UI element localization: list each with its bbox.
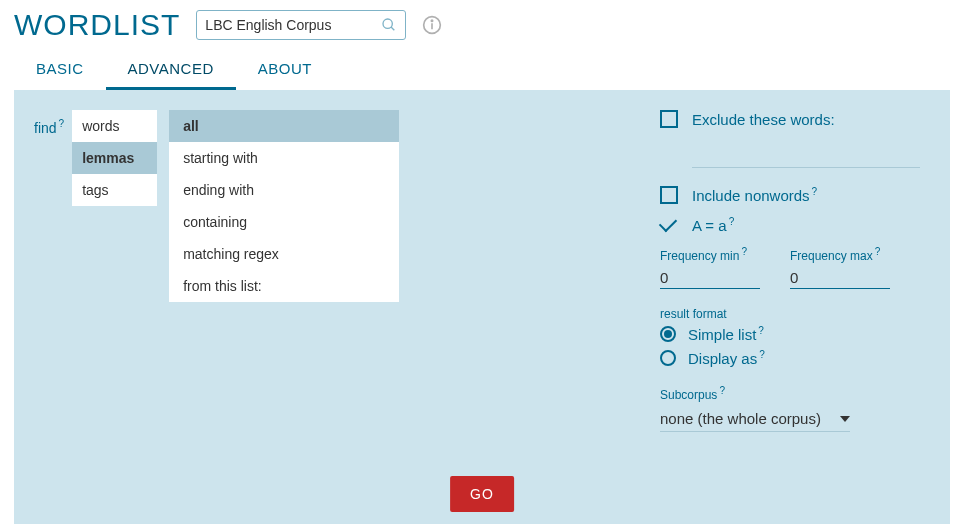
subcorpus-select[interactable]: none (the whole corpus)	[660, 406, 850, 432]
filter-all[interactable]: all	[169, 110, 399, 142]
tab-advanced[interactable]: ADVANCED	[106, 52, 236, 90]
result-format-label: result format	[660, 307, 920, 321]
display-as-label: Display as?	[688, 349, 765, 367]
display-as-radio[interactable]	[660, 350, 676, 366]
svg-point-4	[432, 20, 433, 21]
svg-line-1	[391, 27, 394, 30]
simple-list-label: Simple list?	[688, 325, 764, 343]
filter-list: all starting with ending with containing…	[169, 110, 399, 302]
subcorpus-label: Subcorpus?	[660, 385, 920, 402]
find-type-tags[interactable]: tags	[72, 174, 157, 206]
freq-max-input[interactable]	[790, 267, 890, 289]
exclude-checkbox[interactable]	[660, 110, 678, 128]
include-nonwords-checkbox[interactable]	[660, 186, 678, 204]
help-icon[interactable]: ?	[741, 246, 747, 257]
tab-basic[interactable]: BASIC	[14, 52, 106, 90]
corpus-input[interactable]	[205, 17, 381, 33]
freq-min-label: Frequency min?	[660, 246, 760, 263]
caret-down-icon	[840, 416, 850, 422]
find-type-lemmas[interactable]: lemmas	[72, 142, 157, 174]
tabs: BASIC ADVANCED ABOUT	[0, 46, 964, 90]
simple-list-radio[interactable]	[660, 326, 676, 342]
filter-from-list[interactable]: from this list:	[169, 270, 399, 302]
help-icon[interactable]: ?	[759, 349, 765, 360]
filter-ending-with[interactable]: ending with	[169, 174, 399, 206]
help-icon[interactable]: ?	[59, 118, 65, 129]
case-label: A = a?	[692, 216, 734, 234]
corpus-search[interactable]	[196, 10, 406, 40]
filter-containing[interactable]: containing	[169, 206, 399, 238]
go-button[interactable]: GO	[450, 476, 514, 512]
subcorpus-value: none (the whole corpus)	[660, 410, 821, 427]
filter-starting-with[interactable]: starting with	[169, 142, 399, 174]
tab-about[interactable]: ABOUT	[236, 52, 334, 90]
case-checkbox[interactable]	[660, 216, 678, 234]
help-icon[interactable]: ?	[812, 186, 818, 197]
info-icon[interactable]	[422, 15, 442, 35]
help-icon[interactable]: ?	[875, 246, 881, 257]
exclude-input[interactable]	[692, 140, 920, 168]
main-panel: find? words lemmas tags all starting wit…	[14, 90, 950, 524]
help-icon[interactable]: ?	[758, 325, 764, 336]
find-label: find?	[34, 110, 64, 136]
help-icon[interactable]: ?	[729, 216, 735, 227]
find-type-list: words lemmas tags	[72, 110, 157, 206]
find-type-words[interactable]: words	[72, 110, 157, 142]
help-icon[interactable]: ?	[719, 385, 725, 396]
search-icon[interactable]	[381, 17, 397, 33]
freq-max-label: Frequency max?	[790, 246, 890, 263]
page-title: WORDLIST	[14, 8, 180, 42]
exclude-label: Exclude these words:	[692, 111, 835, 128]
filter-matching-regex[interactable]: matching regex	[169, 238, 399, 270]
freq-min-input[interactable]	[660, 267, 760, 289]
include-nonwords-label: Include nonwords?	[692, 186, 817, 204]
svg-point-0	[383, 19, 392, 28]
